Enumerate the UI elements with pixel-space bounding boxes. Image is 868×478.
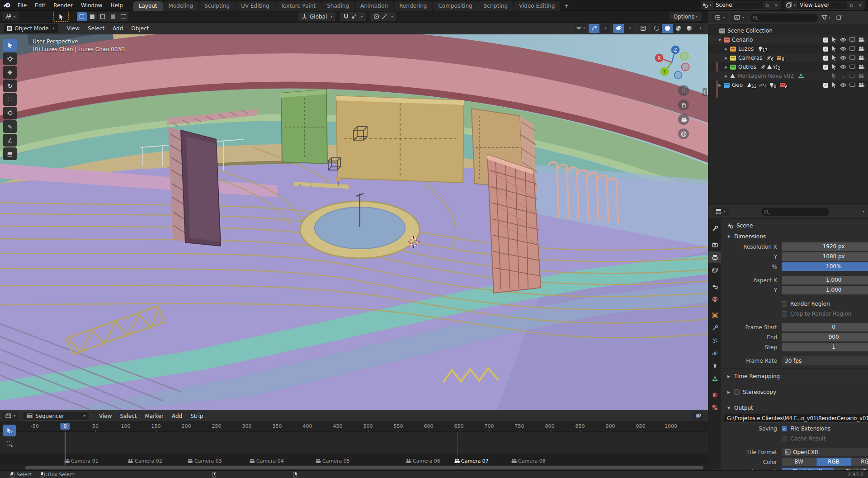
expand-arrow-icon[interactable]: ▶ — [723, 65, 729, 69]
view-layer-icon[interactable]: ▾ — [785, 1, 797, 9]
color-rgb-button[interactable]: RGB — [816, 458, 851, 466]
tool-measure[interactable]: ∠ — [3, 134, 17, 147]
output-panel-header[interactable]: ▼Output⠿ — [724, 403, 868, 413]
properties-options-dropdown[interactable]: ▾ — [863, 209, 864, 213]
new-collection-button[interactable] — [834, 13, 844, 22]
properties-tab-material[interactable] — [708, 389, 721, 401]
render-disable-icon[interactable] — [858, 37, 864, 43]
properties-tab-tool[interactable] — [708, 222, 721, 234]
tab-shading[interactable]: Shading — [321, 1, 354, 11]
menu-render[interactable]: Render — [49, 0, 77, 11]
sequencer-tool-select-box[interactable] — [3, 438, 16, 450]
properties-tab-object-data[interactable] — [708, 373, 721, 384]
expand-arrow-icon[interactable]: ▼ — [717, 38, 723, 42]
tab-layout[interactable]: Layout — [133, 1, 163, 11]
menu-help[interactable]: Help — [106, 0, 127, 11]
scene-unlink-icon[interactable]: × — [772, 3, 781, 8]
shading-rendered-button[interactable] — [684, 24, 694, 33]
navigation-gizmo[interactable]: X Y Z — [651, 41, 693, 82]
select-mode-intersect-button[interactable] — [118, 12, 128, 21]
frame-step-field[interactable]: 1 — [782, 343, 868, 351]
properties-tab-texture[interactable] — [708, 402, 721, 413]
view-layer-name-field[interactable]: View Layer — [797, 1, 847, 9]
select-mode-set-button[interactable] — [77, 12, 87, 21]
cache-result-checkbox[interactable] — [782, 436, 787, 441]
properties-tab-modifiers[interactable] — [708, 322, 721, 334]
outliner-row-scene-collection[interactable]: Scene Collection — [708, 26, 868, 35]
exclude-checkbox[interactable]: ✓ — [823, 83, 828, 88]
expand-arrow-icon[interactable]: ▶ — [723, 47, 729, 51]
properties-search-input[interactable] — [761, 208, 829, 216]
properties-tab-object[interactable] — [708, 309, 721, 321]
selectable-icon[interactable] — [831, 37, 837, 43]
menu-window[interactable]: Window — [77, 0, 106, 11]
breadcrumb-scene[interactable]: Scene — [736, 222, 753, 229]
pan-button[interactable] — [678, 99, 689, 110]
sequencer-menu-add[interactable]: Add — [168, 411, 186, 421]
tool-annotate[interactable]: ✎ — [3, 120, 17, 133]
scene-data-icon[interactable]: ▾ — [701, 1, 713, 9]
properties-tab-particles[interactable] — [708, 335, 721, 346]
expand-arrow-icon[interactable]: ▶ — [723, 56, 729, 60]
camera-marker[interactable]: Camera 06 — [406, 458, 440, 464]
camera-marker[interactable]: Camera 07 — [454, 458, 489, 464]
outliner-row-montagem[interactable]: ▶ Montagem Nova v02 ⌄ — [708, 71, 868, 80]
playhead-line[interactable] — [65, 432, 66, 465]
outliner-row-geo[interactable]: ▶ Geo 53 4 6 9 ✓ — [708, 80, 868, 90]
file-format-dropdown[interactable]: OpenEXR▾ — [782, 448, 868, 456]
viewport-menu-select[interactable]: Select — [84, 23, 108, 34]
selectable-icon[interactable] — [831, 82, 837, 88]
properties-tab-world[interactable] — [708, 293, 721, 305]
select-mode-extend-button[interactable] — [87, 12, 97, 21]
sequencer-overlay-toggle[interactable] — [693, 412, 703, 421]
tool-cursor[interactable] — [3, 52, 17, 65]
select-mode-invert-button[interactable] — [108, 12, 118, 21]
properties-tab-output[interactable] — [708, 251, 721, 263]
timeline-ruler[interactable]: -500501001502002503003504004505005506006… — [0, 422, 708, 432]
perspective-toggle-button[interactable] — [678, 128, 689, 139]
exclude-checkbox[interactable]: ✓ — [823, 65, 828, 70]
viewport-menu-object[interactable]: Object — [127, 23, 153, 34]
tab-compositing[interactable]: Compositing — [433, 1, 477, 11]
camera-marker[interactable]: Camera 08 — [511, 458, 546, 464]
tab-video-editing[interactable]: Video Editing — [514, 1, 560, 11]
hide-eye-icon[interactable] — [840, 37, 846, 43]
tab-animation[interactable]: Animation — [355, 1, 393, 11]
outliner-search-input[interactable] — [750, 14, 818, 22]
output-path-field[interactable]: G:\Projetos e Clientes\M4 F...o_v01\Rend… — [724, 414, 868, 423]
render-disable-icon[interactable] — [858, 82, 864, 88]
editor-type-3dview-icon[interactable]: ▾ — [2, 12, 19, 21]
sequencer-strip-area[interactable] — [0, 432, 708, 454]
proportional-edit-controls[interactable]: ▾ — [370, 12, 396, 21]
tool-scale[interactable]: ⛶ — [3, 93, 17, 106]
view-layer-copy-icon[interactable]: ⧉ — [847, 3, 856, 8]
properties-tab-constraints[interactable] — [708, 360, 721, 372]
sequencer-menu-marker[interactable]: Marker — [141, 411, 168, 421]
outliner-row-outros[interactable]: ▶ Outros 2 ✓ — [708, 62, 868, 71]
tab-uv-editing[interactable]: UV Editing — [236, 1, 275, 11]
xray-toggle[interactable] — [637, 24, 648, 33]
menu-edit[interactable]: Edit — [31, 0, 49, 11]
select-mode-subtract-button[interactable] — [98, 12, 108, 21]
resolution-percent-slider[interactable]: 100% — [782, 262, 868, 271]
crop-region-checkbox[interactable] — [782, 311, 787, 317]
frame-rate-dropdown[interactable]: 30 fps▾ — [782, 356, 868, 365]
current-frame-badge[interactable]: 0 — [61, 423, 70, 430]
properties-tab-scene[interactable] — [708, 280, 721, 292]
stereoscopy-checkbox[interactable] — [734, 389, 740, 395]
render-disable-icon[interactable] — [858, 73, 864, 79]
tool-select-box[interactable] — [3, 39, 17, 52]
tool-add-primitive[interactable]: ⬒ — [3, 147, 17, 160]
timeline-markers-row[interactable]: Camera 01Camera 02Camera 03Camera 04Came… — [0, 454, 708, 465]
3d-viewport[interactable]: User Perspective (0) Luzes Chao | Luzes … — [0, 34, 708, 410]
resolution-y-field[interactable]: 1080 px — [782, 252, 868, 261]
tab-rendering[interactable]: Rendering — [394, 1, 432, 11]
resolution-x-field[interactable]: 1920 px — [782, 242, 868, 251]
orientation-dropdown[interactable]: Global▾ — [298, 12, 335, 21]
selectable-icon[interactable] — [831, 73, 837, 79]
selectable-icon[interactable] — [831, 46, 837, 52]
outliner-row-luzes[interactable]: ▶ Luzes 17 ✓ — [708, 44, 868, 53]
viewport-disable-icon[interactable] — [849, 37, 855, 43]
tab-modeling[interactable]: Modeling — [163, 1, 199, 11]
camera-marker[interactable]: Camera 03 — [187, 458, 222, 464]
